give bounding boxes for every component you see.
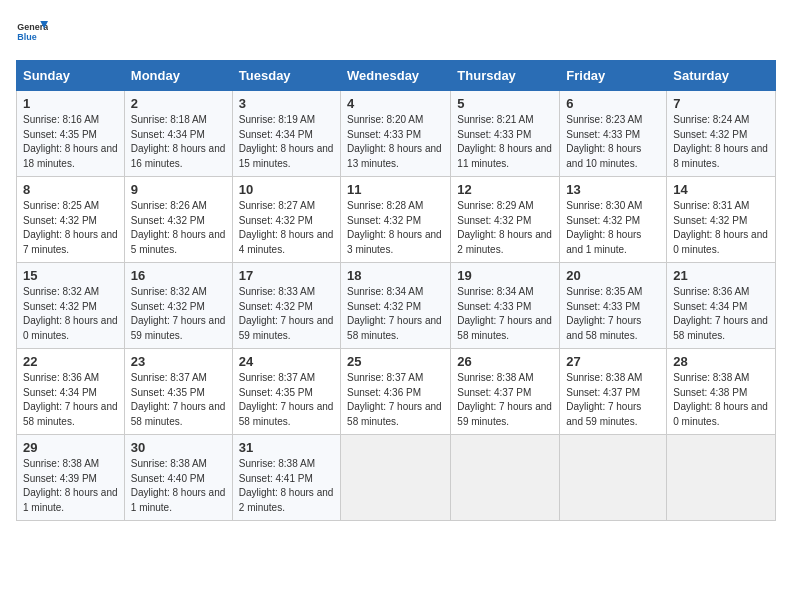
- calendar-cell: 30 Sunrise: 8:38 AMSunset: 4:40 PMDaylig…: [124, 435, 232, 521]
- calendar-cell: 1 Sunrise: 8:16 AMSunset: 4:35 PMDayligh…: [17, 91, 125, 177]
- day-number: 27: [566, 354, 660, 369]
- calendar-cell: 29 Sunrise: 8:38 AMSunset: 4:39 PMDaylig…: [17, 435, 125, 521]
- calendar-cell: [560, 435, 667, 521]
- calendar-cell: 22 Sunrise: 8:36 AMSunset: 4:34 PMDaylig…: [17, 349, 125, 435]
- calendar-cell: 4 Sunrise: 8:20 AMSunset: 4:33 PMDayligh…: [341, 91, 451, 177]
- day-info: Sunrise: 8:36 AMSunset: 4:34 PMDaylight:…: [23, 372, 118, 427]
- day-info: Sunrise: 8:38 AMSunset: 4:37 PMDaylight:…: [457, 372, 552, 427]
- calendar-cell: 15 Sunrise: 8:32 AMSunset: 4:32 PMDaylig…: [17, 263, 125, 349]
- day-number: 13: [566, 182, 660, 197]
- day-number: 10: [239, 182, 334, 197]
- day-number: 19: [457, 268, 553, 283]
- day-info: Sunrise: 8:36 AMSunset: 4:34 PMDaylight:…: [673, 286, 768, 341]
- day-number: 5: [457, 96, 553, 111]
- day-number: 11: [347, 182, 444, 197]
- day-number: 31: [239, 440, 334, 455]
- calendar-cell: 14 Sunrise: 8:31 AMSunset: 4:32 PMDaylig…: [667, 177, 776, 263]
- day-number: 26: [457, 354, 553, 369]
- calendar-cell: 2 Sunrise: 8:18 AMSunset: 4:34 PMDayligh…: [124, 91, 232, 177]
- calendar-cell: 27 Sunrise: 8:38 AMSunset: 4:37 PMDaylig…: [560, 349, 667, 435]
- day-number: 4: [347, 96, 444, 111]
- day-info: Sunrise: 8:23 AMSunset: 4:33 PMDaylight:…: [566, 114, 642, 169]
- weekday-header-sunday: Sunday: [17, 61, 125, 91]
- calendar-cell: 25 Sunrise: 8:37 AMSunset: 4:36 PMDaylig…: [341, 349, 451, 435]
- calendar-week-2: 8 Sunrise: 8:25 AMSunset: 4:32 PMDayligh…: [17, 177, 776, 263]
- day-info: Sunrise: 8:26 AMSunset: 4:32 PMDaylight:…: [131, 200, 226, 255]
- day-info: Sunrise: 8:32 AMSunset: 4:32 PMDaylight:…: [131, 286, 226, 341]
- day-number: 30: [131, 440, 226, 455]
- calendar-cell: [451, 435, 560, 521]
- calendar-week-1: 1 Sunrise: 8:16 AMSunset: 4:35 PMDayligh…: [17, 91, 776, 177]
- day-number: 7: [673, 96, 769, 111]
- calendar-table: SundayMondayTuesdayWednesdayThursdayFrid…: [16, 60, 776, 521]
- calendar-cell: 8 Sunrise: 8:25 AMSunset: 4:32 PMDayligh…: [17, 177, 125, 263]
- logo: General Blue: [16, 16, 48, 48]
- day-info: Sunrise: 8:24 AMSunset: 4:32 PMDaylight:…: [673, 114, 768, 169]
- day-number: 29: [23, 440, 118, 455]
- calendar-cell: 18 Sunrise: 8:34 AMSunset: 4:32 PMDaylig…: [341, 263, 451, 349]
- day-info: Sunrise: 8:21 AMSunset: 4:33 PMDaylight:…: [457, 114, 552, 169]
- calendar-cell: 13 Sunrise: 8:30 AMSunset: 4:32 PMDaylig…: [560, 177, 667, 263]
- day-number: 1: [23, 96, 118, 111]
- weekday-header-monday: Monday: [124, 61, 232, 91]
- calendar-cell: 9 Sunrise: 8:26 AMSunset: 4:32 PMDayligh…: [124, 177, 232, 263]
- day-number: 16: [131, 268, 226, 283]
- day-number: 2: [131, 96, 226, 111]
- day-info: Sunrise: 8:35 AMSunset: 4:33 PMDaylight:…: [566, 286, 642, 341]
- calendar-cell: 19 Sunrise: 8:34 AMSunset: 4:33 PMDaylig…: [451, 263, 560, 349]
- weekday-header-thursday: Thursday: [451, 61, 560, 91]
- weekday-header-wednesday: Wednesday: [341, 61, 451, 91]
- day-number: 6: [566, 96, 660, 111]
- calendar-cell: 28 Sunrise: 8:38 AMSunset: 4:38 PMDaylig…: [667, 349, 776, 435]
- day-number: 23: [131, 354, 226, 369]
- calendar-cell: 5 Sunrise: 8:21 AMSunset: 4:33 PMDayligh…: [451, 91, 560, 177]
- day-number: 15: [23, 268, 118, 283]
- svg-text:Blue: Blue: [17, 32, 36, 42]
- day-info: Sunrise: 8:20 AMSunset: 4:33 PMDaylight:…: [347, 114, 442, 169]
- day-info: Sunrise: 8:34 AMSunset: 4:33 PMDaylight:…: [457, 286, 552, 341]
- day-info: Sunrise: 8:38 AMSunset: 4:40 PMDaylight:…: [131, 458, 226, 513]
- day-number: 25: [347, 354, 444, 369]
- day-number: 18: [347, 268, 444, 283]
- calendar-cell: 16 Sunrise: 8:32 AMSunset: 4:32 PMDaylig…: [124, 263, 232, 349]
- weekday-header-saturday: Saturday: [667, 61, 776, 91]
- calendar-cell: 24 Sunrise: 8:37 AMSunset: 4:35 PMDaylig…: [232, 349, 340, 435]
- day-number: 9: [131, 182, 226, 197]
- day-info: Sunrise: 8:34 AMSunset: 4:32 PMDaylight:…: [347, 286, 442, 341]
- calendar-cell: 26 Sunrise: 8:38 AMSunset: 4:37 PMDaylig…: [451, 349, 560, 435]
- calendar-cell: 11 Sunrise: 8:28 AMSunset: 4:32 PMDaylig…: [341, 177, 451, 263]
- calendar-cell: 20 Sunrise: 8:35 AMSunset: 4:33 PMDaylig…: [560, 263, 667, 349]
- calendar-cell: 17 Sunrise: 8:33 AMSunset: 4:32 PMDaylig…: [232, 263, 340, 349]
- weekday-header-friday: Friday: [560, 61, 667, 91]
- calendar-week-4: 22 Sunrise: 8:36 AMSunset: 4:34 PMDaylig…: [17, 349, 776, 435]
- logo-icon: General Blue: [16, 16, 48, 48]
- calendar-cell: [667, 435, 776, 521]
- day-info: Sunrise: 8:38 AMSunset: 4:39 PMDaylight:…: [23, 458, 118, 513]
- day-info: Sunrise: 8:25 AMSunset: 4:32 PMDaylight:…: [23, 200, 118, 255]
- day-info: Sunrise: 8:29 AMSunset: 4:32 PMDaylight:…: [457, 200, 552, 255]
- calendar-cell: 31 Sunrise: 8:38 AMSunset: 4:41 PMDaylig…: [232, 435, 340, 521]
- day-info: Sunrise: 8:37 AMSunset: 4:35 PMDaylight:…: [131, 372, 226, 427]
- day-number: 22: [23, 354, 118, 369]
- calendar-cell: 21 Sunrise: 8:36 AMSunset: 4:34 PMDaylig…: [667, 263, 776, 349]
- day-info: Sunrise: 8:30 AMSunset: 4:32 PMDaylight:…: [566, 200, 642, 255]
- page-header: General Blue: [16, 16, 776, 48]
- day-info: Sunrise: 8:19 AMSunset: 4:34 PMDaylight:…: [239, 114, 334, 169]
- day-info: Sunrise: 8:27 AMSunset: 4:32 PMDaylight:…: [239, 200, 334, 255]
- calendar-cell: 23 Sunrise: 8:37 AMSunset: 4:35 PMDaylig…: [124, 349, 232, 435]
- day-number: 12: [457, 182, 553, 197]
- day-info: Sunrise: 8:33 AMSunset: 4:32 PMDaylight:…: [239, 286, 334, 341]
- calendar-cell: 10 Sunrise: 8:27 AMSunset: 4:32 PMDaylig…: [232, 177, 340, 263]
- calendar-cell: 3 Sunrise: 8:19 AMSunset: 4:34 PMDayligh…: [232, 91, 340, 177]
- day-number: 17: [239, 268, 334, 283]
- day-number: 14: [673, 182, 769, 197]
- day-info: Sunrise: 8:18 AMSunset: 4:34 PMDaylight:…: [131, 114, 226, 169]
- day-number: 20: [566, 268, 660, 283]
- day-info: Sunrise: 8:38 AMSunset: 4:37 PMDaylight:…: [566, 372, 642, 427]
- calendar-cell: 6 Sunrise: 8:23 AMSunset: 4:33 PMDayligh…: [560, 91, 667, 177]
- calendar-week-5: 29 Sunrise: 8:38 AMSunset: 4:39 PMDaylig…: [17, 435, 776, 521]
- day-info: Sunrise: 8:31 AMSunset: 4:32 PMDaylight:…: [673, 200, 768, 255]
- calendar-cell: [341, 435, 451, 521]
- day-info: Sunrise: 8:38 AMSunset: 4:38 PMDaylight:…: [673, 372, 768, 427]
- day-number: 28: [673, 354, 769, 369]
